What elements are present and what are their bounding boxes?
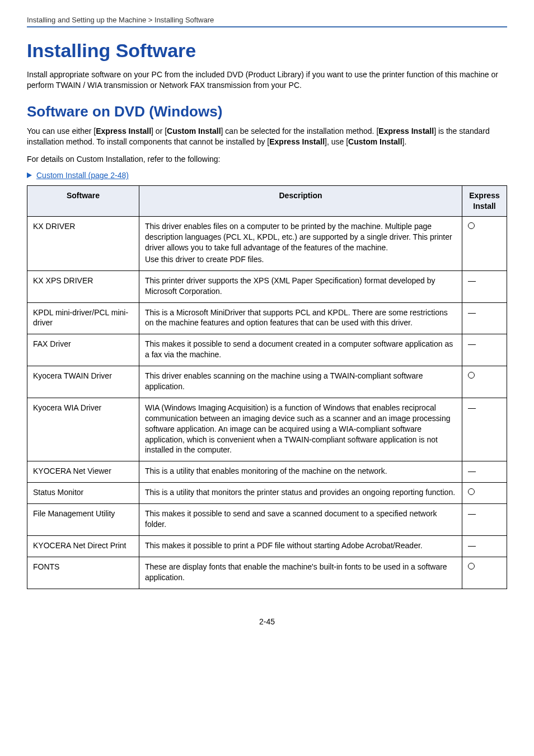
description-text: This printer driver supports the XPS (XM… (145, 276, 456, 297)
cell-software: FONTS (27, 557, 139, 589)
table-row: KX DRIVERThis driver enables files on a … (27, 217, 507, 271)
cell-description: This driver enables scanning on the mach… (139, 366, 462, 398)
refer-paragraph: For details on Custom Installation, refe… (27, 154, 507, 165)
cell-description: This is a utility that enables monitorin… (139, 461, 462, 483)
description-text: These are display fonts that enable the … (145, 562, 456, 583)
cell-express-install (462, 217, 507, 271)
cell-software: KYOCERA Net Direct Print (27, 535, 139, 557)
table-row: Status MonitorThis is a utility that mon… (27, 483, 507, 504)
express-install-label: Express Install (378, 127, 434, 136)
cell-description: This is a utility that monitors the prin… (139, 483, 462, 504)
circle-icon (468, 488, 475, 495)
table-row: KPDL mini-driver/PCL mini-driverThis is … (27, 302, 507, 334)
cell-express-install (462, 483, 507, 504)
table-row: KYOCERA Net ViewerThis is a utility that… (27, 461, 507, 483)
intro-paragraph: Install appropriate software on your PC … (27, 69, 507, 91)
cell-express-install: — (462, 302, 507, 334)
crossref-link[interactable]: Custom Install (page 2-48) (36, 171, 129, 180)
text: ] or [ (151, 127, 167, 136)
cell-software: KX XPS DRIVER (27, 270, 139, 302)
breadcrumb: Installing and Setting up the Machine > … (27, 16, 507, 24)
col-header-software: Software (27, 186, 139, 217)
cell-description: This makes it possible to send a documen… (139, 334, 462, 366)
cell-description: This is a Microsoft MiniDriver that supp… (139, 302, 462, 334)
table-row: File Management UtilityThis makes it pos… (27, 504, 507, 536)
express-install-label: Express Install (269, 137, 325, 146)
cell-software: Kyocera TWAIN Driver (27, 366, 139, 398)
cell-express-install: — (462, 270, 507, 302)
page-title: Installing Software (27, 40, 507, 62)
cell-software: Status Monitor (27, 483, 139, 504)
custom-install-label: Custom Install (167, 127, 221, 136)
cell-software: KYOCERA Net Viewer (27, 461, 139, 483)
cell-description: This printer driver supports the XPS (XM… (139, 270, 462, 302)
text: ]. (402, 137, 407, 146)
description-text: This is a Microsoft MiniDriver that supp… (145, 307, 456, 329)
install-method-paragraph: You can use either [Express Install] or … (27, 126, 507, 147)
cell-express-install: — (462, 535, 507, 557)
arrow-right-icon (27, 172, 32, 178)
cell-software: FAX Driver (27, 334, 139, 366)
express-install-label: Express Install (96, 127, 151, 136)
cell-software: File Management Utility (27, 504, 139, 536)
description-text: This is a utility that monitors the prin… (145, 487, 456, 498)
cell-express-install (462, 366, 507, 398)
cell-description: This makes it possible to send and save … (139, 504, 462, 536)
description-text: This makes it possible to send a documen… (145, 339, 456, 360)
col-header-express-install: Express Install (462, 186, 507, 217)
cell-software: KPDL mini-driver/PCL mini-driver (27, 302, 139, 334)
cell-express-install: — (462, 398, 507, 461)
description-text: This driver enables files on a computer … (145, 221, 456, 253)
table-row: Kyocera TWAIN DriverThis driver enables … (27, 366, 507, 398)
description-text: This makes it possible to print a PDF fi… (145, 540, 456, 551)
text: ], use [ (325, 137, 348, 146)
cell-express-install: — (462, 461, 507, 483)
table-row: FONTSThese are display fonts that enable… (27, 557, 507, 589)
description-text: This is a utility that enables monitorin… (145, 466, 456, 477)
header-rule (27, 26, 507, 27)
cell-description: These are display fonts that enable the … (139, 557, 462, 589)
custom-install-label: Custom Install (348, 137, 402, 146)
cell-software: Kyocera WIA Driver (27, 398, 139, 461)
section-title: Software on DVD (Windows) (27, 103, 507, 120)
circle-icon (468, 563, 475, 570)
description-text: This driver enables scanning on the mach… (145, 371, 456, 392)
cell-software: KX DRIVER (27, 217, 139, 271)
cell-description: This makes it possible to print a PDF fi… (139, 535, 462, 557)
circle-icon (468, 372, 475, 379)
table-row: KYOCERA Net Direct PrintThis makes it po… (27, 535, 507, 557)
text: You can use either [ (27, 127, 96, 136)
cell-express-install: — (462, 504, 507, 536)
description-text: This makes it possible to send and save … (145, 508, 456, 530)
cell-express-install: — (462, 334, 507, 366)
cell-description: This driver enables files on a computer … (139, 217, 462, 271)
crossref-row: Custom Install (page 2-48) (27, 171, 507, 180)
col-header-description: Description (139, 186, 462, 217)
software-table: Software Description Express Install KX … (27, 185, 507, 589)
page-number: 2-45 (27, 617, 507, 626)
cell-description: WIA (Windows Imaging Acquisition) is a f… (139, 398, 462, 461)
table-header-row: Software Description Express Install (27, 186, 507, 217)
table-row: KX XPS DRIVERThis printer driver support… (27, 270, 507, 302)
circle-icon (468, 222, 475, 229)
cell-express-install (462, 557, 507, 589)
table-row: Kyocera WIA DriverWIA (Windows Imaging A… (27, 398, 507, 461)
table-row: FAX DriverThis makes it possible to send… (27, 334, 507, 366)
text: ] can be selected for the installation m… (221, 127, 379, 136)
description-text: WIA (Windows Imaging Acquisition) is a f… (145, 403, 456, 455)
description-text: Use this driver to create PDF files. (145, 254, 456, 265)
